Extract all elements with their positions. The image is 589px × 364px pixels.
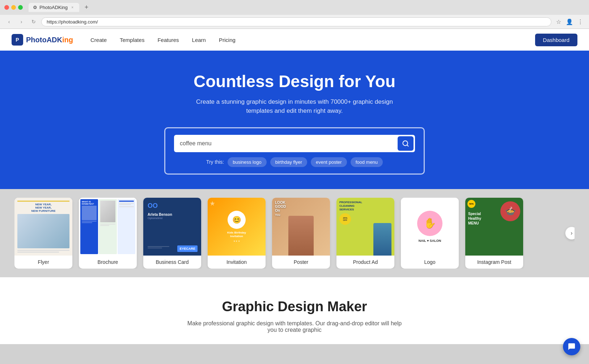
browser-tab[interactable]: ⚙ PhotoADKing × [29,3,79,12]
brochure-label: Brochure [79,256,137,269]
template-card-flyer[interactable]: NEW YEAR,NEW YEAR,NEW FURNITURE Flyer [14,198,72,269]
nav-learn[interactable]: Learn [186,34,212,46]
svg-line-1 [407,145,408,146]
logo-link[interactable]: P PhotoADKing [12,34,73,46]
instagram-post-preview: 50% SpecialHealthyMENU 🍲 [465,198,523,256]
toolbar-icons: ☆ 👤 ⋮ [554,17,585,26]
page: P PhotoADKing Create Templates Features … [0,29,589,344]
forward-button[interactable]: › [17,17,26,26]
business-card-preview: OO Arleta Benson Optometrist EYECARE [143,198,201,256]
reload-button[interactable]: ↻ [29,17,38,26]
template-card-instagram-post[interactable]: 50% SpecialHealthyMENU 🍲 Instagram Post [465,198,523,269]
logo-highlight: ing [62,36,73,44]
tag-birthday-flyer[interactable]: birthday flyer [270,157,307,167]
nav-links: Create Templates Features Learn Pricing [85,34,535,46]
tag-food-menu[interactable]: food menu [351,157,383,167]
template-card-poster[interactable]: LOOKGOODOnYou Poster [272,198,330,269]
brochure-preview: WHAT ISDIABETES? [79,198,137,256]
profile-icon[interactable]: 👤 [565,17,574,26]
nav-templates[interactable]: Templates [114,34,150,46]
try-this-label: Try this: [206,159,224,165]
template-card-brochure[interactable]: WHAT ISDIABETES? [79,198,137,269]
bottom-subtitle: Make professional graphic design with te… [186,320,403,333]
tag-business-logo[interactable]: business logo [228,157,267,167]
template-card-product-ad[interactable]: PROFESSIONALCLEANINGSERVICES 25%OFF Prod… [336,198,394,269]
business-card-label: Business Card [143,256,201,269]
logo-label: Logo [401,256,459,269]
nav-create[interactable]: Create [85,34,113,46]
chat-icon [568,343,576,351]
try-this-section: Try this: business logo birthday flyer e… [174,157,415,167]
search-bar [174,135,415,152]
logo-preview: ✋ NAIL ♥ SALON [401,198,459,256]
url-text: https://photoadking.com/ [47,19,98,25]
maximize-dot[interactable] [18,5,23,10]
carousel-next-button[interactable]: › [565,227,575,240]
menu-icon[interactable]: ⋮ [576,17,585,26]
flyer-label: Flyer [14,256,72,269]
browser-titlebar: ⚙ PhotoADKing × + [0,0,589,15]
instagram-post-label: Instagram Post [465,256,523,269]
search-input[interactable] [180,137,398,150]
tab-favicon: ⚙ [33,5,37,10]
minimize-dot[interactable] [11,5,16,10]
template-card-business-card[interactable]: OO Arleta Benson Optometrist EYECARE Bus… [143,198,201,269]
search-container: Try this: business logo birthday flyer e… [164,127,425,175]
poster-preview: LOOKGOODOnYou [272,198,330,256]
logo-text: PhotoADKing [26,36,73,44]
browser-dots [4,5,23,10]
tag-event-poster[interactable]: event poster [311,157,347,167]
nav-features[interactable]: Features [152,34,185,46]
invitation-preview: ★ 😊 Kids BirthdayInvitation ★ ★ ★ [208,198,266,256]
browser-toolbar: ‹ › ↻ https://photoadking.com/ ☆ 👤 ⋮ [0,15,589,29]
main-navigation: P PhotoADKing Create Templates Features … [0,29,589,51]
close-dot[interactable] [4,5,9,10]
search-icon [402,140,409,147]
bottom-section: Graphic Design Maker Make professional g… [0,277,589,344]
template-card-invitation[interactable]: ★ 😊 Kids BirthdayInvitation ★ ★ ★ Invita… [208,198,266,269]
bookmark-icon[interactable]: ☆ [554,17,563,26]
browser-chrome: ⚙ PhotoADKing × + ‹ › ↻ https://photoadk… [0,0,589,29]
product-ad-label: Product Ad [336,256,394,269]
hero-section: Countless Design for You Create a stunni… [0,51,589,189]
tab-title: PhotoADKing [39,5,68,10]
product-ad-preview: PROFESSIONALCLEANINGSERVICES 25%OFF [336,198,394,256]
address-bar[interactable]: https://photoadking.com/ [41,17,551,26]
invitation-label: Invitation [208,256,266,269]
templates-grid: NEW YEAR,NEW YEAR,NEW FURNITURE Flyer [14,198,575,269]
search-button[interactable] [398,136,414,151]
logo-icon: P [12,34,23,46]
flyer-preview: NEW YEAR,NEW YEAR,NEW FURNITURE [14,198,72,256]
poster-label: Poster [272,256,330,269]
dashboard-button[interactable]: Dashboard [535,34,577,46]
templates-section: NEW YEAR,NEW YEAR,NEW FURNITURE Flyer [0,189,589,277]
tab-close-icon[interactable]: × [70,5,75,10]
back-button[interactable]: ‹ [4,17,14,26]
new-tab-button[interactable]: + [82,3,91,12]
template-card-logo[interactable]: ✋ NAIL ♥ SALON Logo [401,198,459,269]
hero-subtitle: Create a stunning graphic design in minu… [186,97,403,116]
nav-pricing[interactable]: Pricing [213,34,241,46]
hero-title: Countless Design for You [12,72,577,91]
bottom-title: Graphic Design Maker [14,299,575,314]
chat-button[interactable] [563,338,580,355]
